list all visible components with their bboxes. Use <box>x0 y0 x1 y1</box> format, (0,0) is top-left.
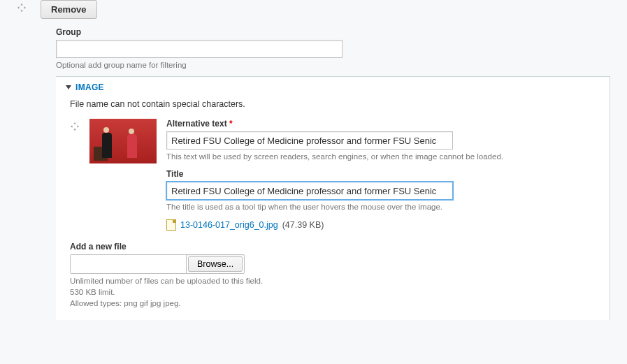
file-icon <box>166 219 176 231</box>
image-fieldset-legend: IMAGE <box>75 82 104 92</box>
alt-text-label: Alternative text * <box>166 119 610 129</box>
drag-handle-icon[interactable] <box>17 3 27 15</box>
image-fieldset-toggle[interactable]: IMAGE <box>66 82 610 92</box>
chevron-down-icon <box>66 85 71 89</box>
title-label: Title <box>166 169 610 179</box>
title-input[interactable] <box>166 182 453 200</box>
alt-text-help: This text will be used by screen readers… <box>166 152 610 161</box>
group-input[interactable] <box>56 40 343 58</box>
required-marker: * <box>229 119 233 129</box>
group-label: Group <box>56 27 610 37</box>
image-note: File name can not contain special charac… <box>70 99 610 109</box>
add-file-label: Add a new file <box>70 242 610 252</box>
alt-text-input[interactable] <box>166 131 453 150</box>
add-file-help-1: Unlimited number of files can be uploade… <box>70 277 610 285</box>
add-file-help-2: 530 KB limit. <box>70 288 610 296</box>
file-path-input[interactable] <box>71 255 187 273</box>
file-size: (47.39 KB) <box>282 220 324 230</box>
image-thumbnail[interactable] <box>89 119 157 163</box>
remove-button[interactable]: Remove <box>41 0 97 19</box>
image-drag-handle-icon[interactable] <box>70 122 80 133</box>
add-file-help-3: Allowed types: png gif jpg jpeg. <box>70 299 610 307</box>
group-help: Optional add group name for filtering <box>56 61 610 69</box>
title-help: The title is used as a tool tip when the… <box>166 203 610 211</box>
browse-button[interactable]: Browse... <box>188 256 243 272</box>
file-link[interactable]: 13-0146-017_orig6_0.jpg <box>180 220 278 230</box>
image-fieldset: IMAGE File name can not contain special … <box>56 76 610 320</box>
